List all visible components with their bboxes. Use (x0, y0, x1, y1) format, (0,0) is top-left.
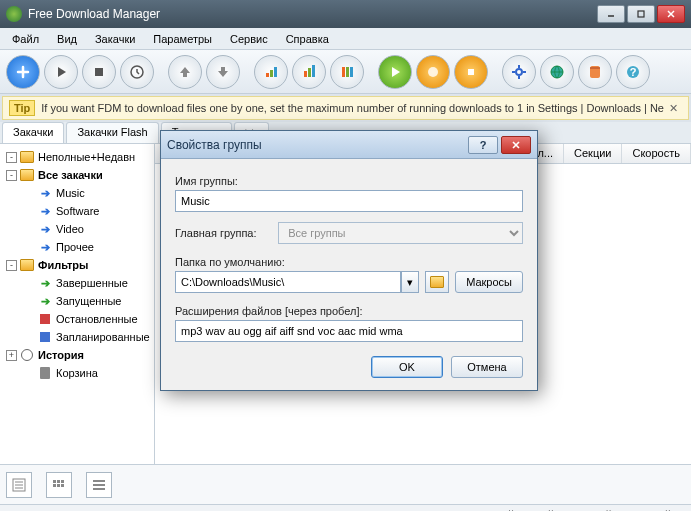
tab-downloads[interactable]: Закачки (2, 122, 64, 143)
tree-item[interactable]: ➔Завершенные (2, 274, 152, 292)
tree-item[interactable]: +История (2, 346, 152, 364)
expand-icon[interactable]: + (6, 350, 17, 361)
help-button[interactable]: ? (616, 55, 650, 89)
tip-bar: Tip If you want FDM to download files on… (2, 96, 689, 120)
column-header[interactable]: Скорость (622, 144, 691, 163)
start-all-button[interactable] (378, 55, 412, 89)
minimize-button[interactable] (597, 5, 625, 23)
extensions-input[interactable] (175, 320, 523, 342)
help-docs-button[interactable] (578, 55, 612, 89)
tree-item-label: Фильтры (38, 259, 88, 271)
svg-rect-16 (468, 69, 474, 75)
ok-button[interactable]: OK (371, 356, 443, 378)
svg-rect-31 (61, 480, 64, 483)
tree-item-label: Неполные+Недавн (38, 151, 135, 163)
browse-folder-button[interactable] (425, 271, 449, 293)
parent-group-select[interactable]: Все группы (278, 222, 523, 244)
settings-button[interactable] (502, 55, 536, 89)
panel-bars-icon[interactable] (86, 472, 112, 498)
tab-flash[interactable]: Закачки Flash (66, 122, 158, 143)
default-folder-label: Папка по умолчанию: (175, 256, 523, 268)
arrow-right-icon: ➔ (38, 186, 52, 200)
move-up-button[interactable] (168, 55, 202, 89)
mode-medium-button[interactable] (292, 55, 326, 89)
tree-item-label: Запущенные (56, 295, 121, 307)
dialog-titlebar[interactable]: Свойства группы ? (161, 131, 537, 159)
svg-rect-6 (266, 73, 269, 77)
mode-light-button[interactable] (254, 55, 288, 89)
tree-item[interactable]: ➔Music (2, 184, 152, 202)
tree-item-label: Все закачки (38, 169, 103, 181)
tree-item[interactable]: -Все закачки (2, 166, 152, 184)
collapse-icon[interactable]: - (6, 152, 17, 163)
group-properties-dialog: Свойства группы ? Имя группы: Главная гр… (160, 130, 538, 391)
window-titlebar: Free Download Manager (0, 0, 691, 28)
tree-item-label: Остановленные (56, 313, 138, 325)
menu-options[interactable]: Параметры (145, 31, 220, 47)
tree-item-label: Корзина (56, 367, 98, 379)
tree-item[interactable]: Корзина (2, 364, 152, 382)
svg-rect-30 (57, 480, 60, 483)
panel-progress-icon[interactable] (46, 472, 72, 498)
start-button[interactable] (44, 55, 78, 89)
toolbar-separator (368, 55, 374, 89)
arrow-right-icon: ➔ (38, 294, 52, 308)
svg-rect-1 (638, 11, 644, 17)
svg-rect-10 (308, 68, 311, 77)
cancel-button[interactable]: Отмена (451, 356, 523, 378)
tree-item[interactable]: ➔Video (2, 220, 152, 238)
stop-button[interactable] (82, 55, 116, 89)
collapse-icon[interactable]: - (6, 170, 17, 181)
maximize-button[interactable] (627, 5, 655, 23)
move-down-button[interactable] (206, 55, 240, 89)
arrow-right-icon: ➔ (38, 204, 52, 218)
tree-item-label: Music (56, 187, 85, 199)
tree-item-label: Запланированные (56, 331, 150, 343)
tree-item-label: Прочее (56, 241, 94, 253)
mode-heavy-button[interactable] (330, 55, 364, 89)
toolbar-separator (158, 55, 164, 89)
browser-button[interactable] (540, 55, 574, 89)
dialog-close-button[interactable] (501, 136, 531, 154)
scheduled-icon (38, 330, 52, 344)
schedule-button[interactable] (120, 55, 154, 89)
tree-item[interactable]: ➔Прочее (2, 238, 152, 256)
menubar: Файл Вид Закачки Параметры Сервис Справк… (0, 28, 691, 50)
status-bar: Ready 0 Байт; 0 Байт 0 Байт/сек; 0 Бай (0, 504, 691, 511)
folder-dropdown-icon[interactable]: ▾ (401, 271, 419, 293)
menu-file[interactable]: Файл (4, 31, 47, 47)
menu-service[interactable]: Сервис (222, 31, 276, 47)
arrow-right-icon: ➔ (38, 222, 52, 236)
dialog-actions: OK Отмена (175, 356, 523, 378)
tree-item-label: Video (56, 223, 84, 235)
stop-all-button[interactable] (454, 55, 488, 89)
default-folder-input[interactable] (175, 271, 401, 293)
tip-close-icon[interactable]: ✕ (665, 102, 682, 115)
group-name-input[interactable] (175, 190, 523, 212)
menu-downloads[interactable]: Закачки (87, 31, 143, 47)
tree-item[interactable]: Остановленные (2, 310, 152, 328)
svg-rect-34 (61, 484, 64, 487)
tip-text: If you want FDM to download files one by… (41, 102, 664, 114)
bottom-panel (0, 464, 691, 504)
group-name-label: Имя группы: (175, 175, 523, 187)
dialog-body: Имя группы: Главная группа: Все группы П… (161, 159, 537, 390)
svg-rect-8 (274, 67, 277, 77)
tree-item-label: История (38, 349, 84, 361)
column-header[interactable]: Секции (564, 144, 622, 163)
add-download-button[interactable] (6, 55, 40, 89)
panel-log-icon[interactable] (6, 472, 32, 498)
menu-help[interactable]: Справка (278, 31, 337, 47)
stop-icon (38, 312, 52, 326)
macros-button[interactable]: Макросы (455, 271, 523, 293)
tree-item[interactable]: Запланированные (2, 328, 152, 346)
pause-all-button[interactable] (416, 55, 450, 89)
tree-item[interactable]: -Неполные+Недавн (2, 148, 152, 166)
tree-item[interactable]: -Фильтры (2, 256, 152, 274)
close-button[interactable] (657, 5, 685, 23)
collapse-icon[interactable]: - (6, 260, 17, 271)
dialog-help-button[interactable]: ? (468, 136, 498, 154)
tree-item[interactable]: ➔Запущенные (2, 292, 152, 310)
menu-view[interactable]: Вид (49, 31, 85, 47)
tree-item[interactable]: ➔Software (2, 202, 152, 220)
